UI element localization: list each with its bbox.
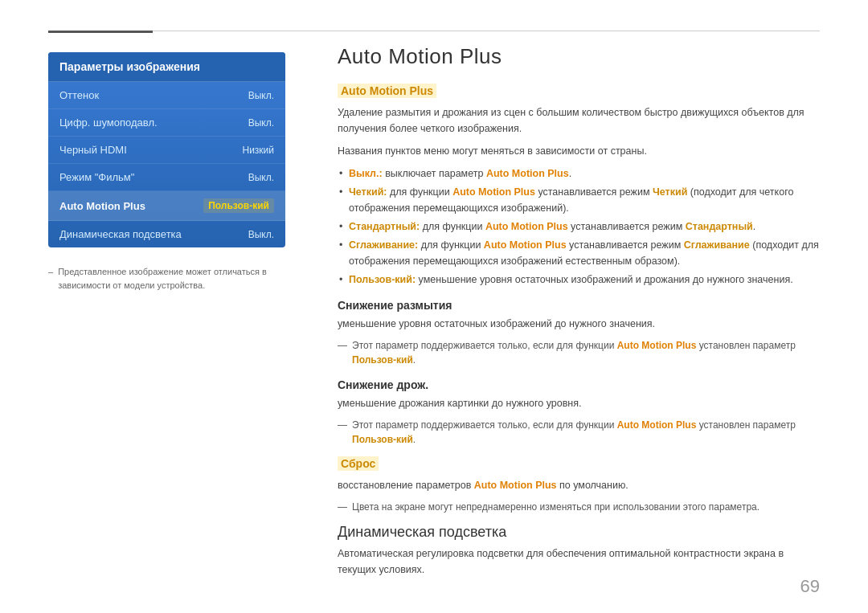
sidebar-header: Параметры изображения	[48, 52, 285, 82]
bullet-smooth: Сглаживание: для функции Auto Motion Plu…	[338, 237, 820, 269]
sidebar-item-dynamic[interactable]: Динамическая подсветка Выкл.	[48, 221, 285, 247]
section-heading-auto-motion: Auto Motion Plus	[338, 84, 436, 98]
bullet-sharp: Четкий: для функции Auto Motion Plus уст…	[338, 184, 820, 216]
bullet-custom: Пользов-кий: уменьшение уровня остаточны…	[338, 272, 820, 288]
top-divider-line	[48, 31, 820, 31]
section-blur-reduction: Снижение размытия уменьшение уровня оста…	[338, 299, 820, 367]
sidebar-note-text: Представленное изображение может отличат…	[58, 265, 285, 292]
sidebar-item-value: Выкл.	[248, 90, 274, 101]
sidebar-item-label: Цифр. шумоподавл.	[59, 116, 158, 129]
section-heading-reset: Сброс	[338, 456, 379, 471]
section-blur-para: уменьшение уровня остаточных изображений…	[338, 316, 820, 332]
sidebar-item-label: Динамическая подсветка	[59, 228, 182, 240]
section-shake-para: уменьшение дрожания картинки до нужного …	[338, 395, 820, 411]
sidebar-item-hdmi[interactable]: Черный HDMI Низкий	[48, 137, 285, 164]
sidebar-menu: Параметры изображения Оттенок Выкл. Цифр…	[48, 52, 285, 247]
section-heading-shake: Снижение дрож.	[338, 378, 820, 391]
section-blur-note: Этот параметр поддерживается только, есл…	[338, 338, 820, 367]
page-number: 69	[800, 576, 820, 597]
sidebar-item-label: Auto Motion Plus	[59, 200, 145, 212]
bullet-off: Выкл.: выключает параметр Auto Motion Pl…	[338, 166, 820, 182]
section-reset: Сброс восстановление параметров Auto Mot…	[338, 456, 820, 514]
section-heading-blur: Снижение размытия	[338, 299, 820, 312]
sidebar-item-label: Черный HDMI	[59, 144, 127, 156]
main-content: Auto Motion Plus Auto Motion Plus Удален…	[338, 44, 820, 581]
section-auto-motion: Auto Motion Plus Удаление размытия и дро…	[338, 84, 820, 288]
section-heading-dynamic: Динамическая подсветка	[338, 524, 820, 541]
sidebar-item-value: Пользов-кий	[203, 198, 274, 213]
section-dynamic-backlight: Динамическая подсветка Автоматическая ре…	[338, 524, 820, 581]
sidebar-item-label: Режим "Фильм"	[59, 171, 134, 183]
section-reset-para: восстановление параметров Auto Motion Pl…	[338, 477, 820, 493]
bullet-standard: Стандартный: для функции Auto Motion Plu…	[338, 219, 820, 235]
section-dynamic-para: Автоматическая регулировка подсветки для…	[338, 546, 820, 578]
sidebar-item-value: Выкл.	[248, 117, 274, 129]
sidebar-item-value: Выкл.	[248, 229, 274, 240]
section-shake-note: Этот параметр поддерживается только, есл…	[338, 418, 820, 447]
sidebar-item-value: Низкий	[242, 145, 274, 156]
section-reset-note: Цвета на экране могут непреднамеренно из…	[338, 500, 820, 514]
page-title: Auto Motion Plus	[338, 44, 820, 69]
section-para2: Названия пунктов меню могут меняться в з…	[338, 143, 820, 159]
sidebar-item-noise[interactable]: Цифр. шумоподавл. Выкл.	[48, 109, 285, 137]
sidebar-item-value: Выкл.	[248, 172, 274, 183]
sidebar-item-ottenok[interactable]: Оттенок Выкл.	[48, 82, 285, 109]
sidebar-item-film[interactable]: Режим "Фильм" Выкл.	[48, 164, 285, 191]
bullet-list-auto-motion: Выкл.: выключает параметр Auto Motion Pl…	[338, 166, 820, 288]
sidebar: Параметры изображения Оттенок Выкл. Цифр…	[48, 52, 285, 292]
sidebar-note: – Представленное изображение может отлич…	[48, 265, 285, 292]
section-para1: Удаление размытия и дрожания из сцен с б…	[338, 104, 820, 137]
sidebar-item-label: Оттенок	[59, 89, 99, 101]
top-accent-line	[48, 31, 153, 33]
section-shake-reduction: Снижение дрож. уменьшение дрожания карти…	[338, 378, 820, 447]
sidebar-item-auto-motion[interactable]: Auto Motion Plus Пользов-кий	[48, 191, 285, 221]
